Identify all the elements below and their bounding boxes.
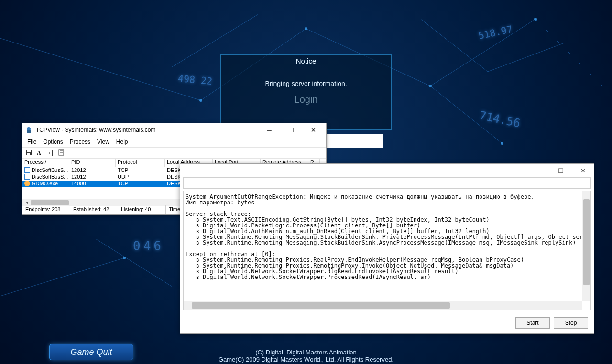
svg-line-7 (0, 258, 124, 296)
notice-message: Bringing server information. (221, 80, 391, 87)
scroll-thumb[interactable] (583, 199, 590, 285)
svg-point-12 (199, 99, 202, 102)
status-endpoints: Endpoints: 208 (22, 205, 70, 214)
header-process[interactable]: Process / (22, 159, 69, 167)
copyright-footer: (C) Digital. Digital Masters Animation G… (0, 349, 612, 363)
maximize-button[interactable]: ☐ (550, 164, 572, 177)
menu-file[interactable]: File (27, 139, 36, 145)
error-window: ─ ☐ ✕ System.ArgumentOutOfRangeException… (180, 163, 594, 334)
svg-line-9 (488, 43, 564, 72)
tcpview-icon (24, 126, 33, 134)
svg-point-17 (123, 257, 126, 259)
tcpview-titlebar[interactable]: TCPView - Sysinternals: www.sysinternals… (22, 123, 326, 137)
input-strip[interactable] (326, 134, 383, 148)
svg-rect-21 (27, 150, 31, 152)
stop-button[interactable]: Stop (554, 317, 588, 329)
svg-line-4 (536, 19, 612, 96)
properties-icon[interactable] (58, 149, 65, 157)
stack-trace-text: System.ArgumentOutOfRangeException: Инде… (186, 193, 583, 280)
menu-help[interactable]: Help (116, 139, 128, 145)
login-button[interactable]: Login (221, 94, 391, 105)
footer-line1: (C) Digital. Digital Masters Animation (0, 349, 612, 356)
notice-dialog: Notice Bringing server information. Logi… (220, 54, 392, 130)
svg-line-0 (0, 38, 201, 100)
start-button[interactable]: Start (515, 317, 550, 329)
svg-point-14 (429, 85, 432, 87)
footer-line2: Game(C) 2009 Digital Masters World., Ltd… (0, 356, 612, 363)
minimize-button[interactable]: ─ (528, 164, 550, 177)
svg-line-8 (421, 19, 488, 72)
bg-number: 046 (133, 239, 164, 253)
svg-rect-19 (27, 130, 31, 133)
status-listening: Listening: 40 (118, 205, 166, 214)
notice-title: Notice (221, 57, 391, 65)
menu-options[interactable]: Options (43, 139, 63, 145)
tcpview-title: TCPView - Sysinternals: www.sysinternals… (36, 127, 258, 133)
scroll-thumb[interactable] (192, 302, 450, 309)
horizontal-scrollbar[interactable] (184, 301, 582, 310)
svg-point-13 (305, 27, 307, 30)
header-protocol[interactable]: Protocol (116, 159, 165, 167)
menu-view[interactable]: View (97, 139, 109, 145)
tcpview-menubar: File Options Process View Help (22, 137, 326, 147)
close-button[interactable]: ✕ (302, 123, 324, 137)
error-titlebar[interactable]: ─ ☐ ✕ (180, 164, 594, 177)
font-button[interactable]: A (37, 150, 41, 157)
svg-point-16 (501, 142, 503, 145)
error-input-field[interactable] (183, 177, 591, 189)
header-pid[interactable]: PID (69, 159, 116, 167)
save-icon[interactable] (25, 149, 32, 157)
status-established: Established: 42 (70, 205, 118, 214)
svg-point-15 (534, 18, 537, 21)
menu-process[interactable]: Process (70, 139, 90, 145)
svg-point-18 (27, 127, 31, 131)
minimize-button[interactable]: ─ (258, 123, 280, 137)
stack-trace[interactable]: System.ArgumentOutOfRangeException: Инде… (183, 191, 591, 310)
svg-rect-22 (27, 153, 30, 155)
close-button[interactable]: ✕ (572, 164, 594, 177)
vertical-scrollbar[interactable] (582, 191, 590, 301)
tcpview-toolbar: A →| (22, 147, 326, 159)
maximize-button[interactable]: ☐ (280, 123, 302, 137)
refresh-icon[interactable]: →| (46, 150, 53, 156)
